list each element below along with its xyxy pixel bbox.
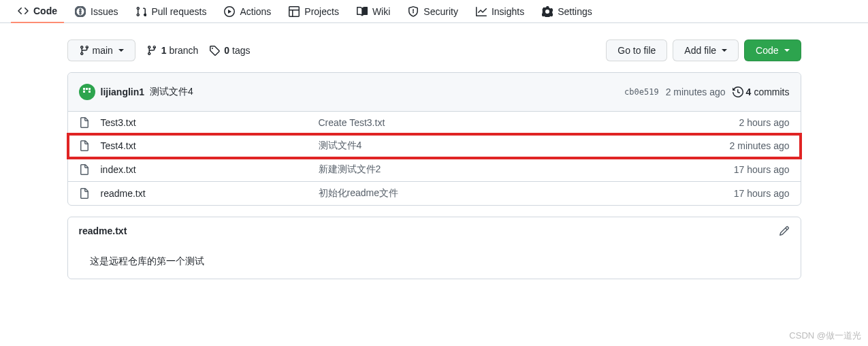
file-icon	[79, 140, 90, 151]
tab-label: Security	[423, 6, 458, 17]
caret-down-icon	[722, 49, 727, 52]
git-pull-request-icon	[135, 6, 146, 17]
git-branch-icon	[146, 45, 157, 56]
file-row: Test4.txt测试文件42 minutes ago	[68, 134, 801, 158]
svg-rect-6	[89, 91, 91, 93]
branch-count-label: branch	[170, 45, 199, 56]
caret-down-icon	[784, 49, 790, 52]
repo-tabs: Code Issues Pull requests Actions Projec…	[0, 0, 868, 23]
file-row: index.txt新建测试文件217 hours ago	[68, 158, 801, 182]
commit-author-link[interactable]: lijianglin1	[101, 86, 145, 97]
readme-header: readme.txt	[68, 217, 801, 245]
issue-icon	[75, 6, 86, 17]
file-name-link[interactable]: readme.txt	[101, 188, 319, 199]
tab-label: Issues	[91, 6, 118, 17]
tab-security[interactable]: Security	[401, 0, 465, 23]
svg-rect-4	[89, 88, 91, 90]
repo-container: main 1 branch 0 tags Go to file Add file…	[57, 23, 812, 279]
tag-icon	[209, 45, 220, 56]
file-updated-time: 2 minutes ago	[730, 140, 790, 151]
shield-icon	[408, 6, 419, 17]
toolbar-left: main 1 branch 0 tags	[67, 40, 251, 61]
svg-rect-3	[86, 88, 88, 90]
tab-label: Projects	[304, 6, 339, 17]
table-icon	[289, 6, 300, 17]
identicon-icon	[82, 86, 93, 97]
graph-icon	[476, 6, 487, 17]
commits-link[interactable]: 4 commits	[733, 86, 790, 97]
tag-count-label: tags	[232, 45, 250, 56]
latest-commit-header: lijianglin1 测试文件4 cb0e519 2 minutes ago …	[68, 73, 801, 112]
svg-rect-5	[83, 91, 85, 93]
latest-commit-info: lijianglin1 测试文件4	[79, 84, 193, 100]
tab-projects[interactable]: Projects	[282, 0, 346, 23]
code-button[interactable]: Code	[744, 40, 801, 61]
gear-icon	[542, 6, 553, 17]
caret-down-icon	[118, 49, 124, 52]
book-icon	[357, 6, 368, 17]
git-branch-icon	[79, 45, 90, 56]
readme-title: readme.txt	[79, 225, 127, 236]
commit-message-link[interactable]: 测试文件4	[150, 86, 193, 98]
file-commit-message-link[interactable]: 初始化readme文件	[319, 187, 734, 200]
tab-pulls[interactable]: Pull requests	[129, 0, 213, 23]
branch-count: 1	[161, 45, 167, 56]
code-icon	[18, 5, 29, 16]
tab-label: Insights	[492, 6, 524, 17]
tab-actions[interactable]: Actions	[217, 0, 278, 23]
file-name-link[interactable]: Test4.txt	[101, 140, 319, 151]
commit-count-label: commits	[754, 86, 789, 97]
tab-label: Actions	[240, 6, 271, 17]
file-listing-box: lijianglin1 测试文件4 cb0e519 2 minutes ago …	[67, 72, 801, 206]
branches-link[interactable]: 1 branch	[146, 45, 199, 56]
file-commit-message-link[interactable]: 测试文件4	[319, 140, 730, 152]
file-row: Test3.txtCreate Test3.txt2 hours ago	[68, 112, 801, 134]
file-updated-time: 17 hours ago	[734, 164, 790, 175]
tab-label: Code	[33, 5, 57, 16]
tab-code[interactable]: Code	[11, 0, 64, 23]
file-name-link[interactable]: Test3.txt	[101, 117, 319, 128]
play-icon	[224, 6, 235, 17]
file-commit-message-link[interactable]: Create Test3.txt	[319, 117, 739, 128]
avatar[interactable]	[79, 84, 95, 100]
file-name-link[interactable]: index.txt	[101, 164, 319, 175]
file-icon	[79, 164, 90, 175]
tab-issues[interactable]: Issues	[68, 0, 125, 23]
tab-wiki[interactable]: Wiki	[350, 0, 397, 23]
file-icon	[79, 188, 90, 199]
history-icon	[733, 86, 743, 97]
commit-count: 4	[746, 86, 752, 97]
svg-rect-2	[83, 88, 85, 90]
commit-sha-link[interactable]: cb0e519	[624, 87, 659, 97]
pencil-icon[interactable]	[779, 225, 790, 236]
toolbar-right: Go to file Add file Code	[606, 40, 801, 61]
readme-body: 这是远程仓库的第一个测试	[68, 245, 801, 279]
file-icon	[79, 117, 90, 128]
tab-insights[interactable]: Insights	[469, 0, 531, 23]
svg-point-1	[79, 10, 82, 13]
goto-file-button[interactable]: Go to file	[606, 40, 667, 61]
branch-name: main	[93, 44, 113, 57]
file-commit-message-link[interactable]: 新建测试文件2	[319, 163, 734, 176]
tab-label: Settings	[558, 6, 592, 17]
file-rows: Test3.txtCreate Test3.txt2 hours agoTest…	[68, 112, 801, 205]
readme-box: readme.txt 这是远程仓库的第一个测试	[67, 217, 801, 279]
branch-switcher-button[interactable]: main	[67, 40, 135, 61]
latest-commit-meta: cb0e519 2 minutes ago 4 commits	[624, 86, 789, 97]
add-file-button[interactable]: Add file	[673, 40, 739, 61]
file-updated-time: 2 hours ago	[739, 117, 790, 128]
tab-settings[interactable]: Settings	[535, 0, 599, 23]
tab-label: Wiki	[372, 6, 390, 17]
tag-count: 0	[224, 45, 229, 56]
commit-time[interactable]: 2 minutes ago	[666, 86, 726, 97]
toolbar: main 1 branch 0 tags Go to file Add file…	[67, 40, 801, 61]
file-row: readme.txt初始化readme文件17 hours ago	[68, 182, 801, 205]
tab-label: Pull requests	[151, 6, 206, 17]
file-updated-time: 17 hours ago	[734, 188, 790, 199]
tags-link[interactable]: 0 tags	[209, 45, 250, 56]
